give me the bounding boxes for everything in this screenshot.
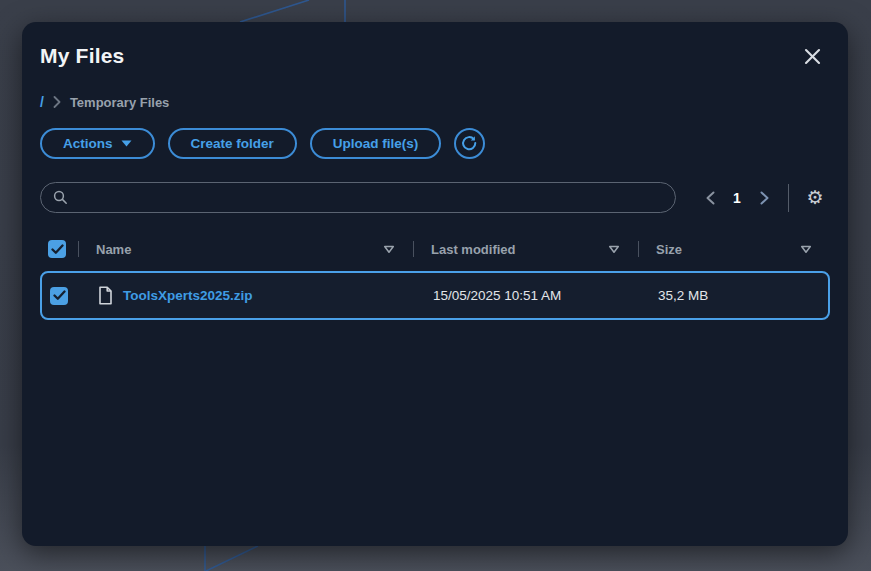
upload-files-button[interactable]: Upload file(s) [310,128,442,159]
previous-page-button[interactable] [697,185,723,211]
table-header: Name Last modified Size [40,235,830,263]
file-icon [98,286,113,305]
column-divider [638,241,639,257]
column-header-name[interactable]: Name [78,235,413,263]
column-divider [78,241,79,257]
chevron-right-icon [53,96,61,108]
chevron-left-icon [706,191,715,205]
pagination: 1 ⚙ [697,184,830,212]
column-header-name-label: Name [96,242,131,257]
filter-size-button[interactable] [800,245,812,254]
check-icon [53,290,66,301]
search-box[interactable] [40,182,676,213]
table-row[interactable]: ToolsXperts2025.zip 15/05/2025 10:51 AM … [40,271,830,320]
create-folder-button[interactable]: Create folder [168,128,297,159]
actions-button[interactable]: Actions [40,128,155,159]
filter-name-button[interactable] [383,245,395,254]
column-header-last-modified[interactable]: Last modified [413,235,638,263]
dialog-title: My Files [40,44,124,68]
pager-divider [788,184,789,212]
filter-triangle-icon [800,245,812,254]
close-icon [804,48,821,65]
upload-files-button-label: Upload file(s) [333,136,419,151]
toolbar: Actions Create folder Upload file(s) [40,128,830,159]
settings-button[interactable]: ⚙ [802,185,828,211]
filter-last-modified-button[interactable] [608,245,620,254]
refresh-button[interactable] [454,128,485,159]
breadcrumb: / Temporary Files [40,94,830,110]
row-checkbox[interactable] [50,287,68,305]
column-divider [413,241,414,257]
search-input[interactable] [76,190,663,205]
file-name-link[interactable]: ToolsXperts2025.zip [123,288,253,303]
refresh-icon [461,135,478,152]
column-header-size-label: Size [656,242,682,257]
current-page-number: 1 [727,190,747,206]
gear-icon: ⚙ [806,188,823,207]
actions-button-label: Actions [63,136,113,151]
chevron-right-icon [760,191,769,205]
filter-triangle-icon [383,245,395,254]
my-files-dialog: My Files / Temporary Files Actions Creat… [22,22,848,546]
column-header-last-modified-label: Last modified [431,242,516,257]
breadcrumb-root[interactable]: / [40,94,44,110]
dialog-header: My Files [40,40,830,72]
select-all-checkbox[interactable] [48,240,66,258]
row-checkbox-cell [42,287,80,305]
select-all-cell [40,240,78,258]
file-last-modified-cell: 15/05/2025 10:51 AM [415,288,640,303]
search-icon [53,190,68,205]
caret-down-icon [121,140,132,147]
file-name-cell: ToolsXperts2025.zip [80,286,415,305]
breadcrumb-current-folder: Temporary Files [70,95,169,110]
check-icon [51,244,64,255]
filter-triangle-icon [608,245,620,254]
next-page-button[interactable] [751,185,777,211]
create-folder-button-label: Create folder [191,136,274,151]
file-size-cell: 35,2 MB [640,288,828,303]
search-row: 1 ⚙ [40,182,830,213]
column-header-size[interactable]: Size [638,235,830,263]
close-button[interactable] [798,42,826,70]
